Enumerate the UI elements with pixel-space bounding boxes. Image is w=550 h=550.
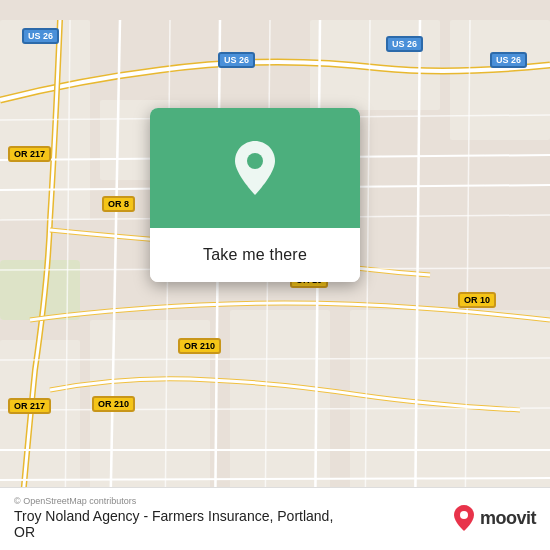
popup-card: Take me there: [150, 108, 360, 282]
svg-point-32: [460, 511, 468, 519]
road-badge-or210-cl: OR 210: [178, 338, 221, 354]
road-badge-or217-bl: OR 217: [8, 398, 51, 414]
road-badge-or210-l: OR 210: [92, 396, 135, 412]
bottom-bar: © OpenStreetMap contributors Troy Noland…: [0, 487, 550, 550]
popup-map-area: [150, 108, 360, 228]
location-pin-icon: [230, 139, 280, 197]
road-badge-us26-far-r: US 26: [490, 52, 527, 68]
road-badge-or217-l: OR 217: [8, 146, 51, 162]
svg-point-31: [247, 153, 263, 169]
road-badge-us26-tl: US 26: [22, 28, 59, 44]
popup-button-area: Take me there: [150, 228, 360, 282]
bottom-left: © OpenStreetMap contributors Troy Noland…: [14, 496, 333, 540]
road-badge-or10-r: OR 10: [458, 292, 496, 308]
road-badge-us26-tc: US 26: [218, 52, 255, 68]
svg-rect-10: [450, 20, 550, 140]
take-me-there-button[interactable]: Take me there: [166, 238, 344, 272]
road-badge-or8: OR 8: [102, 196, 135, 212]
location-name: Troy Noland Agency - Farmers Insurance, …: [14, 508, 333, 524]
road-badge-us26-tr: US 26: [386, 36, 423, 52]
moovit-pin-icon: [452, 504, 476, 532]
location-line2: OR: [14, 524, 35, 540]
moovit-logo: moovit: [452, 504, 536, 532]
attribution-text: © OpenStreetMap contributors: [14, 496, 333, 506]
moovit-text: moovit: [480, 508, 536, 529]
map-container: US 26 US 26 US 26 US 26 OR 217 OR 8 OR 1…: [0, 0, 550, 550]
location-label: Troy Noland Agency - Farmers Insurance, …: [14, 508, 333, 540]
